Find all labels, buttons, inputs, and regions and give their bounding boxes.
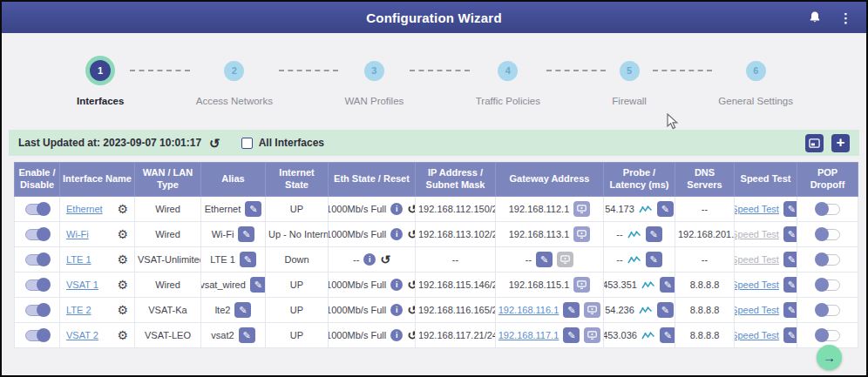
speed-test-cell: Speed Test✎: [735, 222, 797, 247]
gateway-ping-icon[interactable]: [573, 201, 590, 217]
enable-toggle[interactable]: [25, 279, 50, 291]
settings-gear-icon[interactable]: ⚙: [117, 329, 128, 341]
edit-probe-button[interactable]: ✎: [646, 252, 662, 267]
stepper-step-wan-profiles[interactable]: 3WAN Profiles: [344, 56, 403, 106]
enable-toggle[interactable]: [25, 305, 50, 316]
gateway-ping-icon[interactable]: [573, 277, 590, 293]
edit-speed-test-button[interactable]: ✎: [783, 226, 797, 242]
edit-probe-button[interactable]: ✎: [657, 302, 674, 318]
edit-speed-test-button[interactable]: ✎: [783, 201, 797, 217]
latency-chart-icon[interactable]: [627, 229, 641, 240]
enable-toggle[interactable]: [25, 254, 50, 266]
edit-speed-test-button[interactable]: ✎: [783, 302, 797, 318]
settings-gear-icon[interactable]: ⚙: [117, 279, 128, 291]
eth-reset-icon[interactable]: ↺: [407, 304, 415, 316]
alias-cell: Wi-Fi✎: [201, 222, 266, 247]
edit-gateway-button[interactable]: ✎: [536, 252, 553, 267]
column-header: Probe / Latency (ms): [604, 163, 675, 197]
speed-test-link[interactable]: Speed Test: [735, 254, 779, 265]
settings-gear-icon[interactable]: ⚙: [117, 228, 128, 240]
edit-probe-button[interactable]: ✎: [660, 277, 675, 293]
eth-info-icon[interactable]: i: [390, 329, 403, 341]
eth-reset-icon[interactable]: ↺: [407, 228, 415, 240]
edit-alias-button[interactable]: ✎: [239, 327, 255, 343]
edit-probe-button[interactable]: ✎: [660, 327, 675, 343]
eth-reset-icon[interactable]: ↺: [407, 203, 415, 215]
interface-name-link[interactable]: VSAT 2: [66, 330, 98, 340]
enable-toggle[interactable]: [25, 330, 50, 341]
edit-alias-button[interactable]: ✎: [234, 302, 251, 318]
latency-chart-icon[interactable]: [627, 254, 641, 266]
gateway-ping-icon[interactable]: [557, 252, 573, 267]
probe-latency-text: 54.236: [605, 305, 634, 315]
gateway-ping-icon[interactable]: [584, 302, 600, 318]
pop-dropoff-toggle[interactable]: [816, 330, 840, 341]
settings-gear-icon[interactable]: ⚙: [117, 253, 128, 266]
interface-name-link[interactable]: LTE 2: [66, 305, 92, 315]
notification-bell-icon[interactable]: [808, 10, 822, 24]
eth-reset-icon[interactable]: ↺: [407, 329, 415, 341]
edit-speed-test-button[interactable]: ✎: [783, 327, 797, 343]
edit-alias-button[interactable]: ✎: [238, 226, 254, 242]
pop-dropoff-toggle[interactable]: [816, 305, 840, 316]
refresh-icon[interactable]: ↺: [209, 137, 220, 150]
eth-reset-icon[interactable]: ↺: [380, 253, 390, 266]
gateway-ping-icon[interactable]: [573, 226, 590, 242]
enable-toggle[interactable]: [25, 204, 50, 215]
latency-chart-icon[interactable]: [641, 330, 655, 341]
gateway-ping-icon[interactable]: [584, 327, 600, 343]
latency-chart-icon[interactable]: [639, 204, 653, 215]
eth-info-icon[interactable]: i: [363, 253, 376, 266]
pop-dropoff-toggle[interactable]: [816, 279, 840, 291]
stepper-step-access-networks[interactable]: 2Access Networks: [196, 56, 273, 106]
settings-gear-icon[interactable]: ⚙: [117, 304, 128, 316]
pop-dropoff-toggle[interactable]: [816, 204, 840, 215]
wizard-stepper: 1Interfaces2Access Networks3WAN Profiles…: [2, 33, 866, 106]
eth-info-icon[interactable]: i: [390, 279, 403, 291]
edit-gateway-button[interactable]: ✎: [563, 327, 580, 343]
speed-test-link[interactable]: Speed Test: [735, 204, 779, 214]
edit-alias-button[interactable]: ✎: [240, 252, 256, 267]
add-interface-button[interactable]: +: [831, 134, 850, 152]
speed-test-link[interactable]: Speed Test: [735, 229, 779, 239]
edit-probe-button[interactable]: ✎: [657, 201, 674, 217]
speed-test-link[interactable]: Speed Test: [735, 305, 779, 315]
all-interfaces-checkbox[interactable]: [241, 138, 253, 149]
dns-servers-cell: --: [675, 247, 735, 273]
column-header: Interface Name: [60, 163, 135, 197]
edit-gateway-button[interactable]: ✎: [563, 302, 580, 318]
edit-alias-button[interactable]: ✎: [245, 201, 261, 217]
card-view-button[interactable]: [805, 134, 824, 152]
stepper-step-traffic-policies[interactable]: 4Traffic Policies: [476, 56, 540, 106]
eth-info-icon[interactable]: i: [390, 228, 403, 240]
stepper-step-firewall[interactable]: 5Firewall: [612, 56, 647, 106]
interface-name-link[interactable]: LTE 1: [66, 254, 92, 265]
interface-name-link[interactable]: VSAT 1: [66, 279, 98, 290]
edit-speed-test-button[interactable]: ✎: [783, 277, 797, 293]
kebab-menu-icon[interactable]: ⋮: [839, 11, 852, 24]
pop-dropoff-toggle[interactable]: [816, 229, 840, 240]
eth-info-icon[interactable]: i: [390, 304, 403, 316]
speed-test-link[interactable]: Speed Test: [735, 330, 779, 340]
gateway-link[interactable]: 192.168.116.1: [498, 305, 559, 315]
eth-info-icon[interactable]: i: [390, 203, 403, 215]
enable-toggle[interactable]: [25, 229, 50, 240]
pop-dropoff-toggle[interactable]: [816, 254, 840, 266]
settings-gear-icon[interactable]: ⚙: [117, 203, 128, 215]
gateway-link[interactable]: 192.168.117.1: [498, 330, 559, 340]
stepper-step-general-settings[interactable]: 6General Settings: [718, 56, 793, 106]
edit-probe-button[interactable]: ✎: [646, 226, 662, 242]
latency-chart-icon[interactable]: [641, 279, 655, 291]
next-step-button[interactable]: →: [817, 345, 842, 370]
eth-reset-icon[interactable]: ↺: [407, 279, 415, 291]
interface-name-link[interactable]: Ethernet: [66, 204, 103, 214]
interface-name-link[interactable]: Wi-Fi: [66, 229, 89, 239]
column-header: Gateway Address: [496, 163, 604, 197]
interface-name-cell: VSAT 2⚙: [60, 323, 135, 348]
edit-speed-test-button[interactable]: ✎: [783, 252, 797, 267]
speed-test-link[interactable]: Speed Test: [735, 279, 779, 290]
wan-lan-type-cell: VSAT-Ka: [135, 298, 201, 323]
stepper-step-interfaces[interactable]: 1Interfaces: [77, 56, 124, 106]
latency-chart-icon[interactable]: [639, 305, 653, 316]
edit-alias-button[interactable]: ✎: [250, 277, 266, 293]
